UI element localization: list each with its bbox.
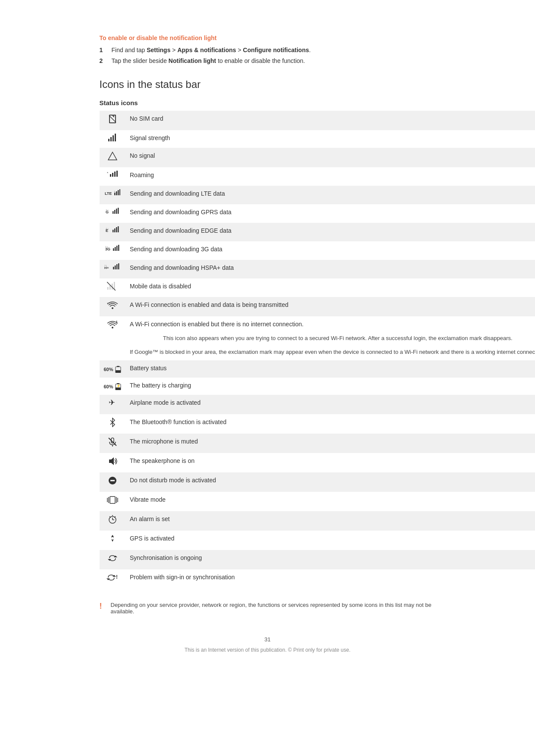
no-signal-icon bbox=[108, 151, 117, 161]
svg-rect-39 bbox=[113, 267, 114, 269]
icon-cell bbox=[100, 414, 125, 434]
signal-strength-icon bbox=[108, 134, 117, 141]
svg-rect-53 bbox=[117, 366, 119, 367]
svg-marker-7 bbox=[108, 152, 117, 160]
icon-cell bbox=[100, 148, 125, 167]
section-title: Icons in the status bar bbox=[100, 78, 436, 91]
icon-cell: 60% ⚡ bbox=[100, 378, 125, 395]
icon-label: The microphone is muted bbox=[125, 434, 535, 453]
icon-label: No SIM card bbox=[125, 111, 535, 130]
wifi-active-icon: ↑↓ bbox=[106, 300, 119, 310]
icon-label: A Wi-Fi connection is enabled but there … bbox=[125, 316, 535, 332]
subsection-title: Status icons bbox=[100, 99, 436, 106]
roaming-icon: * bbox=[107, 171, 118, 179]
icon-label: The speakerphone is on bbox=[125, 453, 535, 472]
table-row: No signal bbox=[100, 148, 535, 167]
table-row: The speakerphone is on bbox=[100, 453, 535, 472]
wifi-no-internet-icon: ! bbox=[106, 320, 119, 329]
svg-rect-6 bbox=[115, 134, 116, 141]
icon-label: Battery status bbox=[125, 360, 535, 378]
step-1: 1 Find and tap Settings > Apps & notific… bbox=[100, 46, 436, 55]
svg-rect-24 bbox=[118, 208, 119, 214]
notification-section: To enable or disable the notification li… bbox=[100, 34, 436, 66]
table-row: E ↑↓ Sending and downloading EDGE data bbox=[100, 223, 535, 241]
table-row: ! A Wi-Fi connection is enabled but ther… bbox=[100, 316, 535, 332]
icon-label: A Wi-Fi connection is enabled and data i… bbox=[125, 297, 535, 316]
exclamation-icon: ! bbox=[100, 602, 106, 611]
gprs-icon: G ↑↓ bbox=[106, 208, 119, 216]
icon-cell bbox=[100, 531, 125, 550]
icon-cell bbox=[100, 434, 125, 453]
svg-rect-43 bbox=[107, 287, 109, 290]
steps-list: 1 Find and tap Settings > Apps & notific… bbox=[100, 46, 436, 66]
icon-extra-text: This icon also appears when you are tryi… bbox=[125, 332, 535, 346]
icon-label: Sending and downloading GPRS data bbox=[125, 204, 535, 223]
sync-icon bbox=[108, 553, 117, 563]
icon-cell bbox=[100, 511, 125, 531]
icon-label: Sending and downloading LTE data bbox=[125, 186, 535, 204]
table-row: Signal strength bbox=[100, 130, 535, 148]
status-icons-table: No SIM card Signal strength bbox=[100, 111, 535, 589]
icon-label: An alarm is set bbox=[125, 511, 535, 531]
svg-rect-66 bbox=[110, 497, 115, 503]
table-row: H+ ↑↓ Sending and downloading HSPA+ data bbox=[100, 260, 535, 278]
svg-rect-3 bbox=[108, 139, 110, 141]
svg-rect-11 bbox=[114, 172, 116, 177]
icon-label: Airplane mode is activated bbox=[125, 395, 535, 414]
table-row: An alarm is set bbox=[100, 511, 535, 531]
page-content: To enable or disable the notification li… bbox=[74, 0, 462, 756]
svg-rect-28 bbox=[114, 228, 116, 232]
page-number: 31 bbox=[264, 636, 270, 643]
battery-status-text: 60% bbox=[104, 367, 113, 372]
icon-label: Mobile data is disabled bbox=[125, 278, 535, 297]
step-2-text: Tap the slider beside Notification light… bbox=[112, 56, 305, 66]
battery-icon bbox=[115, 366, 121, 373]
table-row: No SIM card bbox=[100, 111, 535, 130]
svg-text:↑↓: ↑↓ bbox=[114, 190, 117, 193]
table-row: 60% Battery status bbox=[100, 360, 535, 378]
svg-rect-54 bbox=[116, 370, 121, 373]
mobile-data-disabled-icon bbox=[107, 282, 118, 291]
svg-rect-65 bbox=[110, 480, 115, 481]
icons-section: Icons in the status bar Status icons No … bbox=[100, 78, 436, 589]
icon-cell bbox=[100, 472, 125, 492]
svg-text:*: * bbox=[107, 171, 108, 175]
icon-cell: 3G ↑↓ bbox=[100, 241, 125, 260]
icon-cell: * bbox=[100, 167, 125, 186]
icon-label: Signal strength bbox=[125, 130, 535, 148]
vibrate-icon bbox=[106, 495, 119, 505]
page-footer: 31 bbox=[100, 636, 436, 643]
icon-cell: E ↑↓ bbox=[100, 223, 125, 241]
table-row: Mobile data is disabled bbox=[100, 278, 535, 297]
svg-text:⚡: ⚡ bbox=[116, 384, 121, 388]
icon-cell bbox=[100, 453, 125, 472]
icon-label: No signal bbox=[125, 148, 535, 167]
table-row: GPS is activated bbox=[100, 531, 535, 550]
edge-icon: E ↑↓ bbox=[106, 226, 119, 235]
battery-charging-text: 60% bbox=[104, 384, 113, 389]
icon-label: Vibrate mode bbox=[125, 492, 535, 511]
svg-rect-21 bbox=[113, 211, 114, 214]
icon-label: Sending and downloading HSPA+ data bbox=[125, 260, 535, 278]
icon-extra-text: If Google™ is blocked in your area, the … bbox=[125, 346, 535, 361]
icon-cell bbox=[100, 550, 125, 569]
no-sim-icon bbox=[108, 114, 117, 124]
icon-cell: ✈ bbox=[100, 395, 125, 414]
icon-cell: G ↑↓ bbox=[100, 204, 125, 223]
icon-label: Synchronisation is ongoing bbox=[125, 550, 535, 569]
icon-label: Do not disturb mode is activated bbox=[125, 472, 535, 492]
bluetooth-icon bbox=[108, 418, 117, 427]
svg-rect-22 bbox=[114, 210, 116, 214]
svg-text:↑↓: ↑↓ bbox=[104, 264, 107, 267]
svg-rect-23 bbox=[116, 209, 117, 214]
svg-rect-27 bbox=[113, 230, 114, 232]
svg-text:↑↓: ↑↓ bbox=[105, 245, 108, 248]
icon-label: The battery is charging bbox=[125, 378, 535, 395]
step-1-text: Find and tap Settings > Apps & notificat… bbox=[112, 46, 311, 55]
table-row: 3G ↑↓ Sending and downloading 3G data bbox=[100, 241, 535, 260]
table-row: ↑↓ A Wi-Fi connection is enabled and dat… bbox=[100, 297, 535, 316]
svg-point-50 bbox=[112, 327, 113, 328]
icon-cell: H+ ↑↓ bbox=[100, 260, 125, 278]
battery-charging-icon: ⚡ bbox=[115, 383, 121, 390]
icon-label: GPS is activated bbox=[125, 531, 535, 550]
